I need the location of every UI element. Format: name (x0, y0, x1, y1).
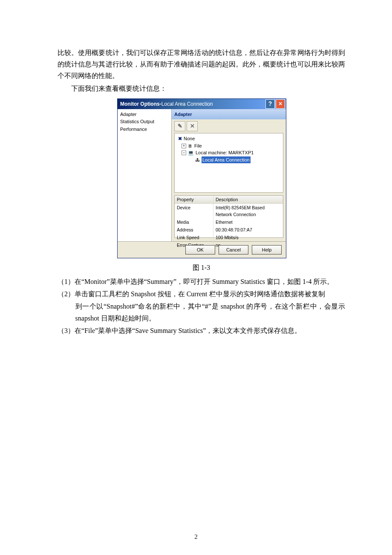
close-icon[interactable]: × (276, 99, 285, 109)
ok-button[interactable]: OK (185, 245, 215, 254)
prop-value: Intel(R) 82545EM Based Network Connectio… (213, 204, 283, 218)
nav-item-performance[interactable]: Performance (119, 126, 170, 133)
monitor-options-dialog: Monitor Options - Local Area Connection … (117, 98, 286, 258)
computer-icon: 💻 (188, 149, 194, 156)
cancel-button[interactable]: Cancel (219, 245, 248, 254)
tree-node-connection[interactable]: 🖧 Local Area Connection (176, 156, 281, 164)
tree-node-none[interactable]: ✖ None (176, 135, 281, 142)
col-header-property: Property (175, 196, 213, 203)
help-button[interactable]: Help (252, 245, 282, 254)
step-1: （1）在“Monitor”菜单中选择“Summary”，即可打开 Summary… (58, 276, 345, 287)
prop-name: Address (175, 226, 213, 234)
step-3: （3）在“File”菜单中选择“Save Summary Statistics”… (58, 325, 345, 336)
paragraph-intro: 比较。使用概要统计，我们可以保存正常网络活动的统计信息，然后让存在异常网络行为时… (58, 47, 345, 82)
prop-row-address: Address 00:30:48:70:07:A7 (175, 226, 283, 234)
property-grid: Property Description Device Intel(R) 825… (174, 195, 283, 238)
figure-dialog: Monitor Options - Local Area Connection … (117, 98, 285, 258)
adapter-group-label: Adapter (172, 109, 286, 120)
nav-item-adapter[interactable]: Adapter (119, 111, 170, 119)
prop-row-link-speed: Link Speed 100 Mbits/s (175, 234, 283, 241)
col-header-description: Description (213, 196, 283, 203)
figure-caption: 图 1-3 (58, 262, 345, 273)
file-icon: 🗎 (188, 142, 193, 150)
prop-name: Device (175, 204, 213, 218)
edit-icon[interactable]: ✎ (174, 121, 185, 131)
tree-node-local-machine[interactable]: − 💻 Local machine: MARKTXP1 (176, 149, 281, 156)
dialog-title-main: Monitor Options (120, 100, 160, 108)
network-adapter-icon: 🖧 (195, 156, 200, 164)
prop-value: Ethernet (213, 218, 283, 226)
prop-name: Link Speed (175, 234, 213, 241)
prop-name: Media (175, 218, 213, 226)
nav-item-statistics-output[interactable]: Statistics Output (119, 118, 170, 126)
adapter-tree[interactable]: ✖ None + 🗎 File − 💻 Local machine: MARKT… (174, 133, 283, 193)
step-2-line2: 到一个以“Snapshot#”命名的新栏中，其中“#”是 snapshot 的序… (75, 301, 345, 324)
x-icon: ✖ (178, 135, 182, 142)
tree-label-file: File (194, 142, 202, 150)
dialog-right-pane: Adapter ✎ ✕ ✖ None + 🗎 File (172, 109, 286, 241)
tree-node-file[interactable]: + 🗎 File (176, 142, 281, 150)
property-grid-header: Property Description (175, 196, 283, 204)
prop-row-media: Media Ethernet (175, 218, 283, 226)
prop-value: 00:30:48:70:07:A7 (213, 226, 283, 234)
dialog-title-sub: Local Area Connection (161, 100, 213, 108)
plus-icon[interactable]: + (182, 144, 186, 148)
tree-label-none: None (184, 135, 195, 142)
paragraph-lead: 下面我们来查看概要统计信息： (58, 83, 345, 94)
dialog-nav-pane: Adapter Statistics Output Performance (118, 109, 172, 241)
step-2-line1: （2）单击窗口工具栏的 Snapshot 按钮，在 Current 栏中显示的实… (58, 288, 345, 300)
adapter-toolbar: ✎ ✕ (172, 119, 286, 133)
minus-icon[interactable]: − (182, 150, 186, 155)
tree-label-connection: Local Area Connection (202, 156, 251, 164)
prop-row-device: Device Intel(R) 82545EM Based Network Co… (175, 204, 283, 218)
delete-icon[interactable]: ✕ (187, 121, 198, 131)
tree-label-local: Local machine: MARKTXP1 (196, 149, 254, 156)
help-icon[interactable]: ? (265, 99, 275, 109)
page-number: 2 (0, 532, 392, 543)
prop-value: 100 Mbits/s (213, 234, 283, 241)
dialog-titlebar: Monitor Options - Local Area Connection … (118, 99, 286, 109)
